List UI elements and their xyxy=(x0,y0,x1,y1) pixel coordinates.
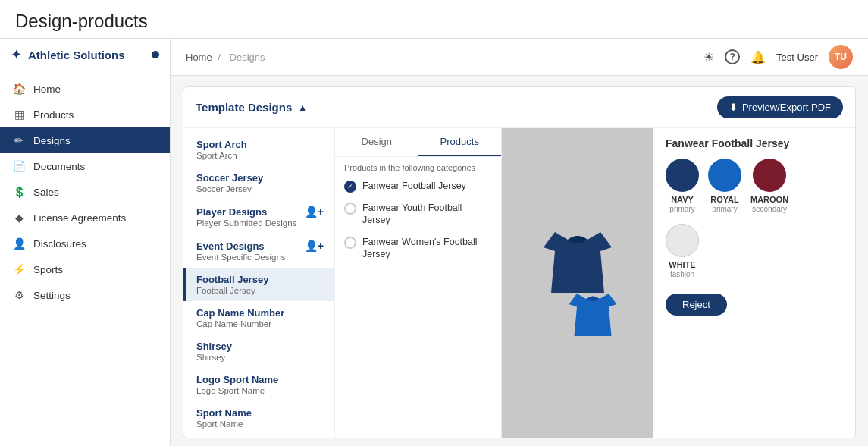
sports-icon: ⚡ xyxy=(12,263,26,275)
swatch-white-type: fashion xyxy=(670,270,694,278)
category-fanwear-womens-label: Fanwear Women's Football Jersey xyxy=(362,236,492,261)
swatch-navy: NAVY primary xyxy=(666,159,699,213)
star-icon: ✦ xyxy=(11,46,22,63)
breadcrumb-home[interactable]: Home xyxy=(186,52,212,63)
preview-export-button[interactable]: ⬇ Preview/Export PDF xyxy=(717,96,843,118)
category-fanwear-womens[interactable]: Fanwear Women's Football Jersey xyxy=(335,231,501,265)
topbar: Home / Designs ☀ ? 🔔 Test User TU xyxy=(171,39,868,76)
content-area: Template Designs ▲ ⬇ Preview/Export PDF xyxy=(171,76,868,446)
template-item-logo-sport-name[interactable]: Logo Sport Name Logo Sport Name xyxy=(183,368,334,401)
topbar-actions: ☀ ? 🔔 Test User TU xyxy=(703,45,853,69)
category-fanwear-football-label: Fanwear Football Jersey xyxy=(362,180,466,192)
reject-button[interactable]: Reject xyxy=(666,294,727,316)
card-header: Template Designs ▲ ⬇ Preview/Export PDF xyxy=(183,87,855,128)
template-item-test-render[interactable]: Test Render Test Render xyxy=(183,435,334,438)
sidebar-item-documents-label: Documents xyxy=(33,161,85,172)
page-title: Design-products xyxy=(0,0,868,38)
sidebar: ✦ Athletic Solutions 🏠 Home ▦ Products ✏… xyxy=(0,39,171,446)
add-event-icon: 👤+ xyxy=(305,240,324,252)
main-content: Home / Designs ☀ ? 🔔 Test User TU Templa… xyxy=(171,39,868,446)
sidebar-item-documents[interactable]: 📄 Documents xyxy=(0,153,170,179)
breadcrumb-separator: / xyxy=(218,52,221,63)
swatches-secondary-row: WHITE fashion xyxy=(666,224,843,278)
bell-icon[interactable]: 🔔 xyxy=(750,50,766,64)
jersey-preview-area xyxy=(502,128,653,438)
sales-icon: 💲 xyxy=(12,186,26,198)
disclosures-icon: 👤 xyxy=(12,237,26,250)
swatch-royal-circle xyxy=(708,159,741,192)
sidebar-item-products[interactable]: ▦ Products xyxy=(0,102,170,127)
swatch-royal-type: primary xyxy=(712,205,737,213)
radio-fanwear-womens[interactable] xyxy=(344,237,356,249)
chevron-up-icon: ▲ xyxy=(298,102,307,113)
add-player-icon: 👤+ xyxy=(305,206,324,218)
sidebar-item-sales-label: Sales xyxy=(33,187,59,198)
sidebar-item-designs[interactable]: ✏ Designs xyxy=(0,127,170,153)
sidebar-item-home[interactable]: 🏠 Home xyxy=(0,76,170,102)
tab-design[interactable]: Design xyxy=(335,128,418,156)
breadcrumb-current: Designs xyxy=(230,52,265,63)
sidebar-item-sports-label: Sports xyxy=(33,264,63,275)
sidebar-item-license-agreements[interactable]: ◆ License Agreements xyxy=(0,205,170,231)
license-icon: ◆ xyxy=(12,212,26,224)
swatch-royal-name: ROYAL xyxy=(710,195,739,204)
category-fanwear-football[interactable]: ✓ Fanwear Football Jersey xyxy=(335,175,501,197)
sidebar-item-settings[interactable]: ⚙ Settings xyxy=(0,282,170,308)
template-item-cap-name-number[interactable]: Cap Name Number Cap Name Number xyxy=(183,301,334,334)
home-icon: 🏠 xyxy=(12,83,26,95)
sidebar-header: ✦ Athletic Solutions xyxy=(0,39,170,71)
avatar[interactable]: TU xyxy=(829,45,853,69)
reject-label: Reject xyxy=(682,299,710,310)
swatch-maroon-type: secondary xyxy=(752,205,787,213)
help-icon[interactable]: ? xyxy=(725,49,740,64)
swatch-royal: ROYAL primary xyxy=(708,159,741,213)
content-card: Template Designs ▲ ⬇ Preview/Export PDF xyxy=(183,86,856,438)
template-list: Sport Arch Sport Arch Soccer Jersey Socc… xyxy=(183,128,335,438)
breadcrumb: Home / Designs xyxy=(186,52,268,63)
sidebar-item-sales[interactable]: 💲 Sales xyxy=(0,179,170,205)
category-fanwear-youth[interactable]: Fanwear Youth Football Jersey xyxy=(335,197,501,231)
template-item-shirsey[interactable]: Shirsey Shirsey xyxy=(183,334,334,368)
template-item-soccer-jersey[interactable]: Soccer Jersey Soccer Jersey xyxy=(183,166,334,199)
template-item-sport-name[interactable]: Sport Name Sport Name xyxy=(183,401,334,435)
swatch-maroon: MAROON secondary xyxy=(750,159,788,213)
download-icon: ⬇ xyxy=(729,102,738,113)
right-panel: Design Products Products in the followin… xyxy=(335,128,855,438)
panel-tabs: Design Products xyxy=(335,128,501,157)
radio-fanwear-football[interactable]: ✓ xyxy=(344,181,356,193)
sidebar-item-disclosures[interactable]: 👤 Disclosures xyxy=(0,231,170,256)
swatches-primary-row: NAVY primary ROYAL primary xyxy=(666,159,843,213)
product-panel: Design Products Products in the followin… xyxy=(335,128,502,438)
jersey-preview xyxy=(532,225,623,341)
swatch-navy-circle xyxy=(666,159,699,192)
card-body: Sport Arch Sport Arch Soccer Jersey Socc… xyxy=(183,128,855,438)
swatch-white-name: WHITE xyxy=(669,260,695,269)
product-detail-title: Fanwear Football Jersey xyxy=(666,137,843,149)
template-section-label: Template Designs xyxy=(196,101,292,114)
swatches-panel: Fanwear Football Jersey NAVY primary ROY… xyxy=(653,128,855,438)
sidebar-item-settings-label: Settings xyxy=(33,290,71,301)
template-item-event-designs[interactable]: Event Designs 👤+ Event Specific Designs xyxy=(183,234,334,268)
brand-name: Athletic Solutions xyxy=(28,49,146,61)
swatch-navy-type: primary xyxy=(669,205,694,213)
sun-icon[interactable]: ☀ xyxy=(703,50,714,64)
sidebar-item-sports[interactable]: ⚡ Sports xyxy=(0,256,170,282)
sidebar-item-disclosures-label: Disclosures xyxy=(33,238,86,250)
sidebar-item-designs-label: Designs xyxy=(33,135,71,146)
sidebar-item-license-label: License Agreements xyxy=(33,212,126,224)
jersey-small-svg xyxy=(562,288,623,341)
template-item-player-designs[interactable]: Player Designs 👤+ Player Submitted Desig… xyxy=(183,199,334,234)
tab-products[interactable]: Products xyxy=(418,128,502,156)
swatch-white: WHITE fashion xyxy=(666,224,699,278)
template-item-sport-arch[interactable]: Sport Arch Sport Arch xyxy=(183,133,334,166)
swatch-maroon-name: MAROON xyxy=(750,195,788,204)
category-fanwear-youth-label: Fanwear Youth Football Jersey xyxy=(362,202,492,227)
template-item-football-jersey[interactable]: Football Jersey Football Jersey xyxy=(183,268,334,301)
products-icon: ▦ xyxy=(12,108,26,121)
sidebar-item-products-label: Products xyxy=(33,109,74,121)
settings-icon: ⚙ xyxy=(12,289,26,301)
username-label: Test User xyxy=(776,52,818,63)
radio-fanwear-youth[interactable] xyxy=(344,203,356,215)
swatch-maroon-circle xyxy=(753,159,786,192)
sidebar-nav: 🏠 Home ▦ Products ✏ Designs 📄 Documents … xyxy=(0,71,170,446)
